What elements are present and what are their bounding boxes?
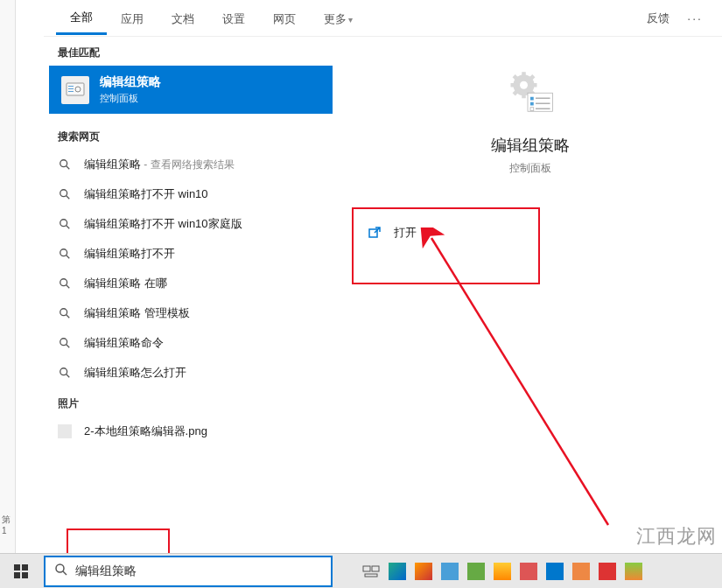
search-icon [58, 217, 72, 231]
results-panel: 最佳匹配 编辑组策略 控制面板 搜索网页 编辑组策略 - 查看网络搜索结果编辑组… [44, 37, 338, 553]
search-flyout: 全部 应用 文档 设置 网页 更多▾ 反馈 ··· 最佳匹配 编辑组策略 控制面… [44, 0, 722, 553]
open-label: 打开 [394, 225, 417, 241]
open-action[interactable]: 打开 [368, 225, 524, 241]
app-icon-1[interactable] [385, 559, 410, 584]
web-result-item[interactable]: 编辑组策略怎么打开 [44, 358, 338, 388]
svg-point-13 [60, 279, 67, 286]
web-result-item[interactable]: 编辑组策略 - 查看网络搜索结果 [44, 150, 338, 179]
web-result-item[interactable]: 编辑组策略打不开 win10家庭版 [44, 209, 338, 239]
app-icon-10[interactable] [621, 559, 646, 584]
svg-line-16 [67, 315, 70, 318]
svg-rect-1 [68, 86, 74, 87]
taskbar [0, 553, 722, 588]
taskbar-search-box[interactable] [44, 556, 333, 587]
svg-rect-33 [536, 98, 550, 100]
best-match-header: 最佳匹配 [44, 37, 338, 66]
svg-rect-41 [22, 564, 28, 570]
watermark: 江西龙网 [636, 523, 717, 550]
search-icon [58, 366, 72, 380]
svg-point-22 [520, 81, 528, 89]
svg-rect-40 [14, 564, 20, 570]
svg-line-18 [67, 345, 70, 348]
svg-point-19 [60, 368, 67, 375]
web-result-item[interactable]: 编辑组策略打不开 [44, 239, 338, 269]
result-text: 编辑组策略 在哪 [84, 276, 167, 291]
svg-rect-24 [522, 94, 526, 99]
search-icon [54, 563, 68, 580]
photos-header: 照片 [44, 388, 338, 416]
tab-apps[interactable]: 应用 [107, 3, 158, 34]
svg-line-45 [63, 571, 67, 575]
tab-all[interactable]: 全部 [56, 1, 107, 35]
task-view-icon[interactable] [359, 559, 383, 584]
result-text: 编辑组策略打不开 win10家庭版 [84, 216, 242, 232]
preview-subtitle: 控制面板 [509, 161, 551, 176]
more-options-icon[interactable]: ··· [680, 11, 710, 25]
svg-rect-3 [68, 91, 74, 92]
app-icon-9[interactable] [595, 559, 620, 584]
start-button[interactable] [0, 554, 42, 589]
svg-point-5 [60, 160, 67, 167]
best-match-subtitle: 控制面板 [100, 92, 161, 105]
result-text: 编辑组策略打不开 [84, 246, 175, 262]
search-icon [58, 336, 72, 350]
app-icon-7[interactable] [543, 559, 567, 584]
editor-gutter: 第 1 [0, 0, 16, 588]
svg-point-44 [56, 564, 64, 572]
web-search-header: 搜索网页 [44, 121, 338, 150]
web-result-item[interactable]: 编辑组策略打不开 win10 [44, 179, 338, 209]
tab-web[interactable]: 网页 [259, 3, 310, 34]
web-result-item[interactable]: 编辑组策略 在哪 [44, 269, 338, 298]
svg-rect-26 [533, 83, 537, 88]
app-icon-8[interactable] [569, 559, 593, 584]
svg-point-9 [60, 220, 67, 227]
app-icon-5[interactable] [490, 559, 515, 584]
result-text: 编辑组策略 - 查看网络搜索结果 [84, 157, 235, 172]
search-icon [58, 187, 72, 201]
svg-rect-23 [522, 72, 526, 76]
svg-point-17 [60, 339, 67, 346]
best-match-title: 编辑组策略 [100, 74, 161, 90]
chevron-down-icon: ▾ [348, 15, 353, 24]
app-icon-2[interactable] [411, 559, 436, 584]
image-icon [58, 424, 72, 438]
app-icon-4[interactable] [464, 559, 488, 584]
svg-point-7 [60, 190, 67, 197]
feedback-link[interactable]: 反馈 [636, 10, 680, 26]
search-input[interactable] [75, 564, 322, 578]
svg-rect-25 [510, 83, 515, 88]
preview-panel: 编辑组策略 控制面板 打开 [338, 37, 722, 553]
svg-rect-42 [14, 572, 20, 578]
web-result-item[interactable]: 编辑组策略命令 [44, 328, 338, 358]
svg-line-20 [67, 374, 70, 378]
svg-rect-47 [372, 566, 379, 571]
tab-more[interactable]: 更多▾ [310, 3, 367, 34]
web-result-item[interactable]: 编辑组策略 管理模板 [44, 298, 338, 328]
app-icon-3[interactable] [438, 559, 462, 584]
svg-rect-43 [22, 572, 28, 578]
svg-line-10 [67, 226, 70, 229]
svg-rect-37 [536, 108, 550, 110]
svg-point-11 [60, 249, 67, 256]
tab-settings[interactable]: 设置 [208, 3, 259, 34]
photo-result-item[interactable]: 2-本地组策略编辑器.png [44, 416, 338, 446]
search-icon [58, 158, 72, 172]
search-icon [58, 247, 72, 261]
best-match-item[interactable]: 编辑组策略 控制面板 [49, 66, 333, 114]
search-icon [58, 276, 72, 290]
svg-rect-32 [530, 97, 534, 101]
taskbar-pinned-apps [359, 559, 646, 584]
svg-rect-48 [365, 574, 377, 577]
preview-title: 编辑组策略 [491, 135, 570, 156]
page-indicator: 第 1 [2, 514, 15, 536]
search-icon [58, 306, 72, 320]
svg-rect-2 [68, 88, 74, 89]
preview-app-icon [495, 63, 565, 124]
svg-line-14 [67, 285, 70, 289]
result-text: 编辑组策略 管理模板 [84, 305, 190, 321]
action-highlight-box: 打开 [352, 207, 540, 284]
app-icon-6[interactable] [516, 559, 541, 584]
search-tabs: 全部 应用 文档 设置 网页 更多▾ 反馈 ··· [44, 0, 722, 37]
open-icon [368, 226, 382, 240]
tab-docs[interactable]: 文档 [158, 3, 208, 34]
